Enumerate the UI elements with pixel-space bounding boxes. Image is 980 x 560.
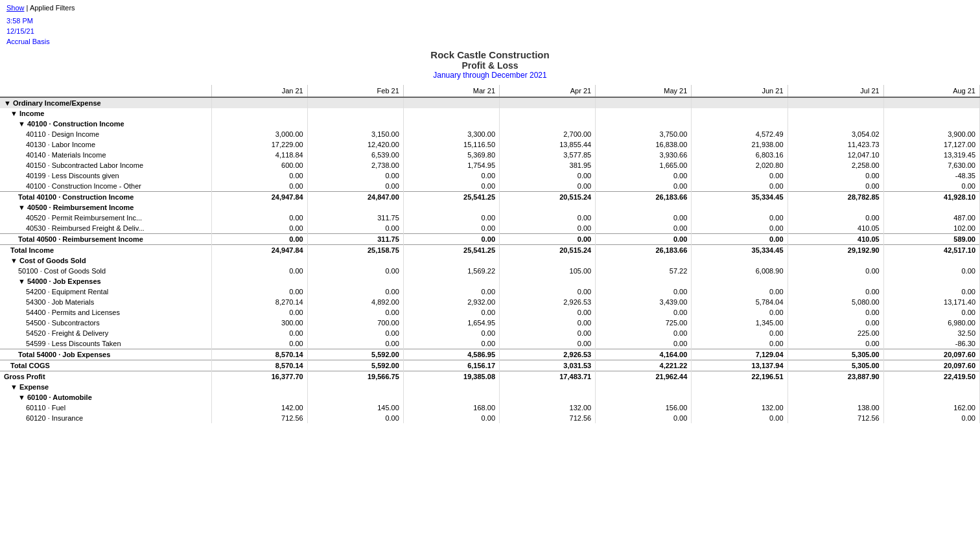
row-value: 3,031.53 [500, 360, 596, 371]
row-value [500, 382, 596, 392]
row-value: 102.00 [883, 223, 979, 234]
row-value: 712.56 [211, 413, 307, 423]
row-label: Total Income [0, 245, 211, 256]
row-label: ▼ 60100 · Automobile [0, 392, 211, 402]
row-value: 24,947.84 [211, 192, 307, 203]
row-value [883, 392, 979, 402]
table-row: Total Income24,947.8425,158.7525,541.252… [0, 245, 980, 256]
column-header-row: Jan 21 Feb 21 Mar 21 Apr 21 May 21 Jun 2… [0, 85, 980, 97]
col-header-aug: Aug 21 [883, 85, 979, 97]
col-header-jan: Jan 21 [211, 85, 307, 97]
row-value: 0.00 [788, 170, 883, 181]
row-value [211, 392, 307, 402]
row-label: ▼ 40500 · Reimbursement Income [0, 202, 211, 213]
row-value: 0.00 [307, 307, 403, 318]
row-value: 20,515.24 [500, 192, 596, 203]
row-value: 0.00 [500, 286, 596, 297]
row-value: 8,270.14 [211, 297, 307, 307]
table-row: 54599 · Less Discounts Taken0.000.000.00… [0, 338, 980, 349]
separator: | [27, 4, 29, 12]
row-value: 3,900.00 [883, 129, 979, 139]
row-value [692, 119, 788, 129]
row-value [500, 392, 596, 402]
row-value: 0.00 [692, 413, 788, 423]
row-value: 3,054.02 [788, 129, 883, 139]
table-row: Total 54000 · Job Expenses8,570.145,592.… [0, 349, 980, 360]
row-value [788, 276, 883, 286]
row-value: 0.00 [596, 223, 692, 234]
row-value: 13,171.40 [883, 297, 979, 307]
row-value [883, 255, 979, 266]
row-label: 54300 · Job Materials [0, 297, 211, 307]
row-value: 2,258.00 [788, 160, 883, 170]
row-value: 3,439.00 [596, 297, 692, 307]
table-row: 40140 · Materials Income4,118.846,539.00… [0, 150, 980, 160]
row-value: 0.00 [211, 213, 307, 223]
row-value: 13,137.94 [692, 360, 788, 371]
row-value: 0.00 [883, 413, 979, 423]
col-header-jul: Jul 21 [788, 85, 883, 97]
row-value: 0.00 [596, 307, 692, 318]
row-value: 0.00 [692, 234, 788, 245]
row-value: 300.00 [211, 318, 307, 328]
row-value: 4,892.00 [307, 297, 403, 307]
row-value [596, 382, 692, 392]
row-value: 3,930.66 [596, 150, 692, 160]
row-value [788, 97, 883, 108]
row-value [692, 276, 788, 286]
row-value: 0.00 [307, 170, 403, 181]
row-value: 17,229.00 [211, 139, 307, 150]
row-value: 0.00 [500, 338, 596, 349]
row-value: 0.00 [307, 266, 403, 276]
row-value: 142.00 [211, 402, 307, 413]
row-value: 35,334.45 [692, 245, 788, 256]
table-row: ▼ Cost of Goods Sold [0, 255, 980, 266]
row-value: 1,754.95 [403, 160, 499, 170]
show-link[interactable]: Show [6, 4, 25, 12]
row-value: 487.00 [883, 213, 979, 223]
row-value: 1,665.00 [596, 160, 692, 170]
table-row: 40130 · Labor Income17,229.0012,420.0015… [0, 139, 980, 150]
row-value [788, 108, 883, 119]
row-value: 700.00 [307, 318, 403, 328]
row-value [403, 392, 499, 402]
table-row: ▼ Expense [0, 382, 980, 392]
row-value: 15,116.50 [403, 139, 499, 150]
row-value: 162.00 [883, 402, 979, 413]
row-label: ▼ Ordinary Income/Expense [0, 97, 211, 108]
top-bar: Show | Applied Filters 3:58 PM 12/15/21 … [0, 0, 980, 47]
row-value: 0.00 [883, 266, 979, 276]
row-value: 0.00 [692, 213, 788, 223]
row-value [211, 108, 307, 119]
row-value [788, 255, 883, 266]
row-label: 60110 · Fuel [0, 402, 211, 413]
row-value: 0.00 [403, 307, 499, 318]
row-value [692, 392, 788, 402]
row-value [883, 202, 979, 213]
row-value [596, 97, 692, 108]
row-value: 5,305.00 [788, 349, 883, 360]
row-value: 1,569.22 [403, 266, 499, 276]
row-value: 0.00 [500, 223, 596, 234]
row-value: 0.00 [788, 307, 883, 318]
row-value: 725.00 [596, 318, 692, 328]
row-value: 0.00 [211, 181, 307, 192]
company-name: Rock Castle Construction [0, 49, 980, 60]
row-value: 4,164.00 [596, 349, 692, 360]
row-value: 2,700.00 [500, 129, 596, 139]
col-header-jun: Jun 21 [692, 85, 788, 97]
row-value: 0.00 [500, 213, 596, 223]
row-value [692, 255, 788, 266]
row-value [596, 276, 692, 286]
row-value: 0.00 [307, 223, 403, 234]
row-value: 0.00 [500, 170, 596, 181]
row-value: 712.56 [788, 413, 883, 423]
row-value: 311.75 [307, 234, 403, 245]
row-value: 0.00 [596, 286, 692, 297]
table-row: ▼ 40100 · Construction Income [0, 119, 980, 129]
row-value [596, 202, 692, 213]
row-value: 0.00 [211, 234, 307, 245]
table-row: 54500 · Subcontractors300.00700.001,654.… [0, 318, 980, 328]
table-row: Total 40100 · Construction Income24,947.… [0, 192, 980, 203]
row-value: 4,118.84 [211, 150, 307, 160]
